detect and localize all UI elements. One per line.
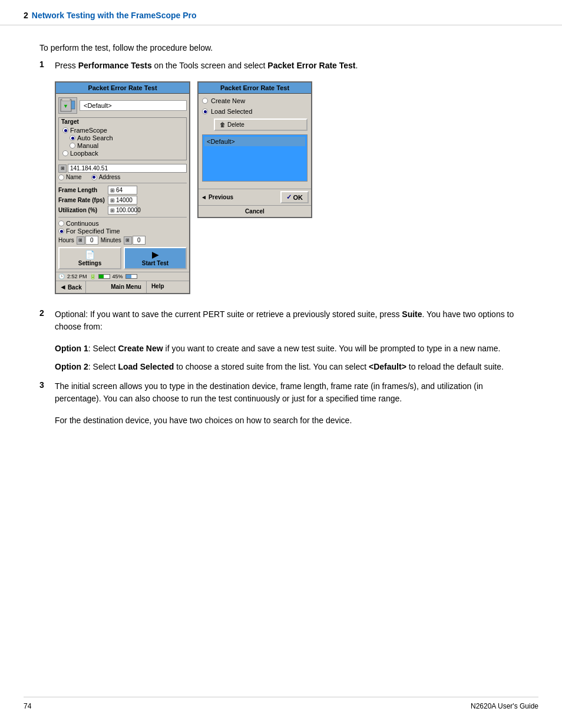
delete-button[interactable]: 🗑 Delete [214,118,308,131]
hours-input[interactable]: 0 [85,236,98,245]
screen2-titlebar: Packet Error Rate Test [199,83,311,94]
step-1-text: Press Performance Tests on the Tools scr… [55,60,358,72]
battery-bar [98,274,110,279]
loopback-label: Loopback [70,150,98,157]
ip-field[interactable]: 141.184.40.51 [68,164,187,173]
create-new-option-row: Create New [202,97,308,104]
hours-icon: ⊞ [77,236,85,245]
frame-length-value[interactable]: ⊞ 64 [108,186,137,195]
utilization-value[interactable]: ⊞ 100.0000 [108,206,137,215]
frame-length-row: Frame Length ⊞ 64 [58,186,187,195]
load-selected-label: Load Selected [211,108,252,115]
specified-time-radio-row: For Specified Time [58,228,187,235]
svg-rect-1 [62,98,70,101]
manual-radio[interactable] [70,143,75,149]
nav-center: Main Menu Help [86,281,189,293]
minutes-input[interactable]: 0 [133,236,146,245]
hours-label: Hours [58,237,74,243]
option2-bold2: <Default> [369,362,406,371]
previous-label: Previous [209,194,233,200]
device-screen-1: Packet Error Rate Test ▼ <Default> [55,81,190,294]
load-selected-option-row: Load Selected [202,108,308,115]
ok-button[interactable]: ✓ OK [280,191,309,203]
target-group-content: FrameScope Auto Search Manual Loopb [59,126,186,160]
screenshots-row: Packet Error Rate Test ▼ <Default> [55,81,523,294]
chapter-info: 2 Network Testing with the FrameScope Pr… [24,11,197,20]
address-radio[interactable] [91,174,97,180]
chapter-number: 2 [24,11,28,20]
main-menu-button[interactable]: Main Menu [106,281,147,293]
loopback-radio[interactable] [62,150,68,156]
framescope-radio[interactable] [62,127,68,133]
list-item-default[interactable]: <Default> [204,137,305,146]
step-3-text2: For the destination device, you have two… [55,414,523,427]
step-3-text1: The initial screen allows you to type in… [55,380,523,405]
framescope-label: FrameScope [70,127,107,134]
manual-label: Manual [77,142,98,149]
target-group: Target FrameScope Auto Search Manual [58,117,187,160]
page-number: 74 [24,702,31,710]
name-addr-radio-row: Name Address [58,174,187,180]
previous-button[interactable]: ◄ Previous [201,194,278,200]
cancel-label: Cancel [245,208,265,215]
ip-input-row: ⊞ 141.184.40.51 [58,164,187,173]
frame-rate-label: Frame Rate (fps) [58,197,105,203]
name-radio[interactable] [58,174,64,180]
back-arrow-icon: ◄ [59,283,67,291]
auto-search-radio[interactable] [70,135,75,141]
status-time: 2:52 PM [67,274,87,279]
create-new-radio[interactable] [202,98,208,104]
step-1-bold2: Packet Error Rate Test [267,61,355,70]
settings-button[interactable]: 📄 Settings [58,247,121,269]
start-test-label: Start Test [142,260,168,266]
start-test-button[interactable]: ▶ Start Test [124,247,187,269]
battery-fill [99,275,104,278]
battery-bar-2 [125,274,137,279]
step-2: 2 Optional: If you want to save the curr… [39,308,523,333]
back-button[interactable]: ◄ Back [56,281,86,293]
frame-rate-value[interactable]: ⊞ 14000 [108,196,137,205]
framescope-radio-row: FrameScope [62,127,183,134]
step-2-text: Optional: If you want to save the curren… [55,308,523,333]
screen1-body: ▼ <Default> Target FrameScope [56,94,189,272]
address-label: Address [99,174,121,180]
auto-search-radio-row: Auto Search [62,134,183,141]
utilization-row: Utilization (%) ⊞ 100.0000 [58,206,187,215]
page-footer: 74 N2620A User's Guide [24,697,538,710]
continuous-radio-row: Continuous [58,220,187,227]
nav-bar: ◄ Back Main Menu Help [56,281,189,293]
cancel-button[interactable]: Cancel [199,205,311,217]
action-buttons-row: 📄 Settings ▶ Start Test [58,247,187,269]
previous-arrow-icon: ◄ [201,194,207,200]
utilization-label: Utilization (%) [58,207,105,213]
time-row: Hours ⊞ 0 Minutes ⊞ 0 [58,236,187,245]
suite-row: ▼ <Default> [58,96,187,115]
battery-pct: 45% [113,274,123,279]
suite-label[interactable]: <Default> [80,100,187,111]
step-1: 1 Press Performance Tests on the Tools s… [39,60,523,72]
settings-icon: 📄 [85,250,95,259]
continuous-radio[interactable] [58,220,64,226]
help-label: Help [151,283,164,289]
option1-section: Option 1: Select Create New if you want … [55,342,523,373]
option1-label: Option 1 [55,344,88,353]
loopback-radio-row: Loopback [62,150,183,157]
chapter-title: Network Testing with the FrameScope Pro [32,11,197,20]
specified-time-radio[interactable] [58,228,64,234]
load-selected-radio[interactable] [202,108,208,114]
svg-rect-3 [71,101,75,109]
help-button[interactable]: Help [147,281,169,293]
specified-time-label: For Specified Time [66,228,120,235]
suite-icon[interactable]: ▼ [58,97,77,114]
ok-label: OK [293,194,303,201]
delete-icon: 🗑 [220,121,226,128]
suite-list[interactable]: <Default> [202,134,308,182]
settings-label: Settings [78,260,101,266]
continuous-label: Continuous [66,220,99,227]
auto-search-label: Auto Search [77,134,113,141]
step-2-num: 2 [39,308,49,333]
frame-length-label: Frame Length [58,187,105,193]
option1-para: Option 1: Select Create New if you want … [55,342,523,355]
delete-label: Delete [227,121,244,128]
svg-text:▼: ▼ [63,103,68,109]
